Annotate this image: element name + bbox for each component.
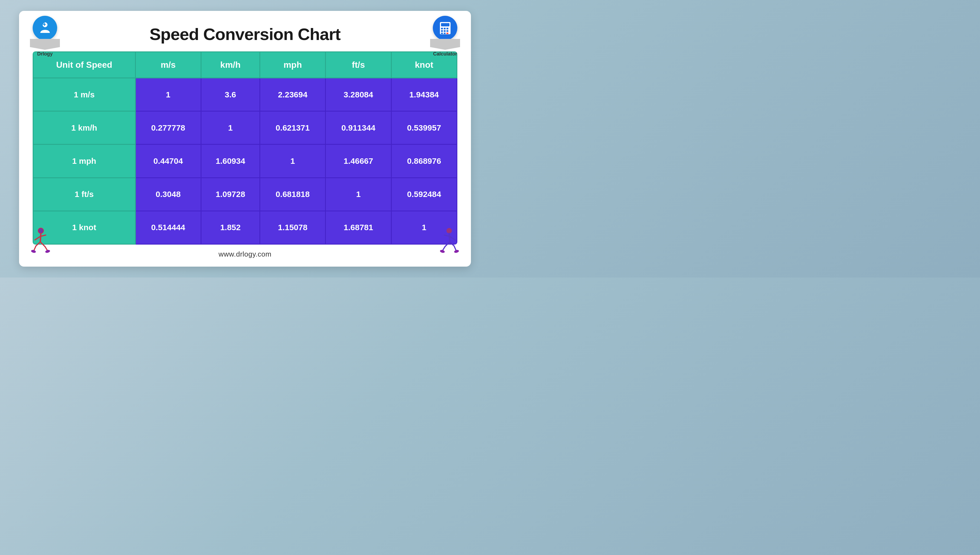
col-header-fts: ft/s	[326, 52, 391, 78]
drlogy-badge	[30, 39, 60, 50]
svg-point-30	[447, 228, 452, 233]
row-value: 3.28084	[326, 78, 391, 111]
svg-rect-14	[441, 33, 443, 34]
row-value: 1	[135, 78, 201, 111]
row-value: 3.6	[201, 78, 260, 111]
row-value: 1	[260, 144, 326, 178]
row-value: 1.60934	[201, 144, 260, 178]
calculator-logo-circle	[433, 16, 457, 40]
row-value: 0.681818	[260, 178, 326, 211]
row-value: 1	[326, 178, 391, 211]
svg-line-21	[40, 242, 45, 247]
row-value: 1.68781	[326, 211, 391, 244]
row-value: 1.46667	[326, 144, 391, 178]
main-card: Drlogy Calculator Speed Conversion Chart	[19, 11, 471, 266]
svg-line-32	[450, 236, 455, 240]
svg-line-24	[34, 246, 36, 251]
svg-point-39	[454, 249, 459, 253]
row-unit-label: 1 m/s	[33, 78, 136, 111]
row-value: 0.277778	[135, 111, 201, 144]
runner-right	[438, 227, 460, 258]
svg-rect-9	[444, 28, 446, 29]
table-row: 1 km/h0.27777810.6213710.9113440.539957	[33, 111, 457, 144]
row-value: 0.539957	[391, 111, 457, 144]
footer-url: www.drlogy.com	[218, 250, 272, 258]
svg-line-19	[35, 236, 40, 240]
row-value: 1.15078	[260, 211, 326, 244]
svg-point-26	[31, 249, 36, 253]
svg-rect-5	[43, 24, 46, 25]
table-row: 1 knot0.5144441.8521.150781.687811	[33, 211, 457, 244]
row-value: 2.23694	[260, 78, 326, 111]
row-value: 0.868976	[391, 144, 457, 178]
svg-rect-15	[444, 33, 446, 34]
svg-line-23	[36, 242, 40, 246]
table-row: 1 m/s13.62.236943.280841.94384	[33, 78, 457, 111]
row-value: 0.3048	[135, 178, 201, 211]
calculator-icon	[438, 21, 453, 35]
drlogy-logo-circle	[33, 16, 57, 40]
drlogy-logo-icon	[38, 21, 53, 35]
conversion-table: Unit of Speed m/s km/h mph ft/s knot 1 m…	[33, 51, 457, 245]
runner-left	[30, 227, 52, 258]
row-unit-label: 1 ft/s	[33, 178, 136, 211]
table-row: 1 mph0.447041.6093411.466670.868976	[33, 144, 457, 178]
row-value: 0.592484	[391, 178, 457, 211]
svg-rect-10	[447, 28, 448, 29]
logo-left: Drlogy	[30, 16, 60, 57]
page-title: Speed Conversion Chart	[149, 24, 340, 44]
table-body: 1 m/s13.62.236943.280841.943841 km/h0.27…	[33, 78, 457, 244]
svg-rect-7	[441, 23, 450, 26]
svg-rect-8	[441, 28, 443, 29]
table-row: 1 ft/s0.30481.097280.68181810.592484	[33, 178, 457, 211]
svg-line-37	[454, 246, 456, 251]
row-value: 0.514444	[135, 211, 201, 244]
row-value: 1	[201, 111, 260, 144]
svg-rect-11	[441, 30, 443, 32]
row-unit-label: 1 km/h	[33, 111, 136, 144]
svg-line-34	[445, 242, 450, 247]
svg-line-36	[450, 242, 454, 246]
svg-point-25	[45, 249, 50, 253]
col-header-mph: mph	[260, 52, 326, 78]
conversion-table-wrap: Unit of Speed m/s km/h mph ft/s knot 1 m…	[33, 51, 457, 245]
row-value: 0.911344	[326, 111, 391, 144]
svg-rect-13	[447, 30, 448, 32]
svg-line-18	[40, 233, 41, 242]
svg-line-31	[449, 233, 450, 242]
calculator-label: Calculator	[433, 51, 457, 57]
row-value: 1.852	[201, 211, 260, 244]
table-header-row: Unit of Speed m/s km/h mph ft/s knot	[33, 52, 457, 78]
row-unit-label: 1 mph	[33, 144, 136, 178]
svg-rect-16	[447, 33, 448, 34]
row-value: 1.94384	[391, 78, 457, 111]
svg-rect-12	[444, 30, 446, 32]
drlogy-label: Drlogy	[37, 51, 53, 57]
logo-right: Calculator	[430, 16, 460, 57]
svg-point-38	[440, 249, 445, 253]
row-value: 0.44704	[135, 144, 201, 178]
col-header-ms: m/s	[135, 52, 201, 78]
row-value: 0.621371	[260, 111, 326, 144]
calculator-badge	[430, 39, 460, 50]
col-header-kmh: km/h	[201, 52, 260, 78]
row-value: 1.09728	[201, 178, 260, 211]
